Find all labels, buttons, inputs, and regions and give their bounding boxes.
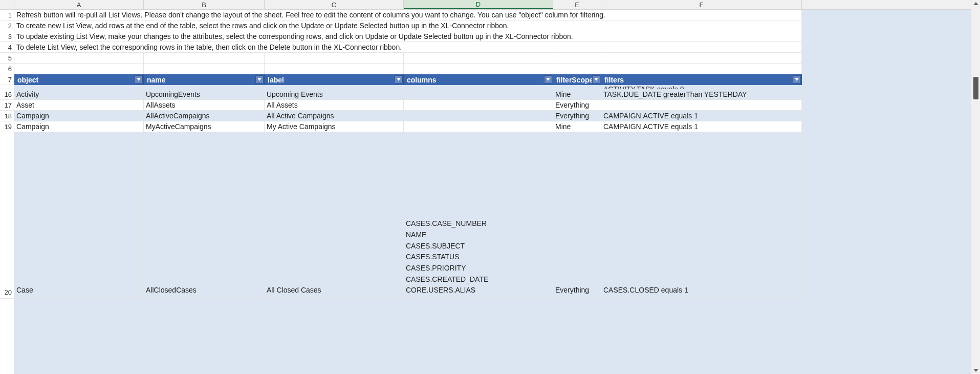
table-row: Campaign AllActiveCampaigns All Active C…: [14, 111, 980, 121]
cell-grid: Refresh button will re-pull all List Vie…: [14, 10, 980, 299]
cell[interactable]: UpcomingEvents: [144, 89, 265, 100]
cell[interactable]: To create new List View, add rows at the…: [14, 20, 802, 31]
cell[interactable]: Mine: [553, 121, 601, 132]
cell[interactable]: AllAssets: [144, 100, 265, 111]
header-label: filters: [604, 76, 624, 84]
table-header-row: object name label columns filterScope: [14, 74, 980, 85]
cell[interactable]: [404, 53, 553, 64]
cell[interactable]: [601, 64, 802, 74]
cell[interactable]: [404, 100, 553, 111]
cell[interactable]: [601, 53, 802, 64]
cell[interactable]: [14, 64, 144, 74]
cell[interactable]: CAMPAIGN.ACTIVE equals 1: [601, 121, 802, 132]
table-row: Case AllClosedCases All Closed Cases CAS…: [14, 132, 980, 299]
cell[interactable]: Campaign: [14, 121, 144, 132]
header-label: object: [17, 76, 38, 84]
cell[interactable]: [553, 53, 601, 64]
cell[interactable]: Everything: [553, 132, 601, 299]
row-header[interactable]: 17: [0, 100, 14, 111]
header-name[interactable]: name: [144, 74, 265, 85]
row-header[interactable]: 3: [0, 31, 14, 42]
row-header[interactable]: 5: [0, 53, 14, 64]
cell[interactable]: [144, 53, 265, 64]
header-columns[interactable]: columns: [404, 74, 553, 85]
cell[interactable]: Mine: [553, 89, 601, 100]
cell[interactable]: AllActiveCampaigns: [144, 111, 265, 121]
cell[interactable]: TASK.DUE_DATE greaterThan YESTERDAY: [601, 89, 802, 100]
svg-marker-5: [795, 78, 799, 81]
cell[interactable]: Asset: [14, 100, 144, 111]
header-filters[interactable]: filters: [601, 74, 802, 85]
svg-marker-1: [257, 78, 262, 81]
cell[interactable]: [601, 100, 802, 111]
header-object[interactable]: object: [14, 74, 144, 85]
filter-dropdown-icon[interactable]: [592, 75, 600, 84]
cell[interactable]: [14, 53, 144, 64]
col-header-f[interactable]: F: [601, 0, 802, 9]
filter-dropdown-icon[interactable]: [255, 75, 264, 84]
col-header-e[interactable]: E: [553, 0, 601, 9]
header-label-col[interactable]: label: [265, 74, 404, 85]
clipped-row: ACTIVITY.TASK equals 0: [14, 85, 980, 89]
row-header[interactable]: 1: [0, 10, 14, 20]
cell[interactable]: ACTIVITY.TASK equals 0: [601, 85, 802, 89]
empty-row: [14, 53, 980, 64]
cell[interactable]: [144, 64, 265, 74]
header-label: label: [268, 76, 284, 84]
row-header[interactable]: 16: [0, 89, 14, 100]
scroll-down-icon[interactable]: [973, 369, 978, 372]
instruction-row: To create new List View, add rows at the…: [14, 20, 980, 31]
cell[interactable]: CASES.CASE_NUMBER NAME CASES.SUBJECT CAS…: [404, 132, 553, 299]
col-header-a[interactable]: A: [14, 0, 144, 9]
col-header-d[interactable]: D: [404, 0, 553, 9]
cell[interactable]: CAMPAIGN.ACTIVE equals 1: [601, 111, 802, 121]
cell[interactable]: All Closed Cases: [265, 132, 404, 299]
cell[interactable]: [265, 64, 404, 74]
cell[interactable]: [404, 89, 553, 100]
row-header[interactable]: 6: [0, 64, 14, 74]
cell[interactable]: Refresh button will re-pull all List Vie…: [14, 10, 802, 20]
cell[interactable]: [265, 53, 404, 64]
filter-dropdown-icon[interactable]: [135, 75, 143, 84]
vertical-scrollbar[interactable]: [971, 0, 980, 374]
cell[interactable]: Everything: [553, 111, 601, 121]
cell[interactable]: My Active Campaigns: [265, 121, 404, 132]
cell[interactable]: All Assets: [265, 100, 404, 111]
row-header[interactable]: 19: [0, 121, 14, 132]
cell[interactable]: [553, 64, 601, 74]
cell[interactable]: [404, 111, 553, 121]
spreadsheet-app: 1 2 3 4 5 6 7 16 17 18 19 20 A B C D E F…: [0, 0, 980, 374]
scroll-thumb[interactable]: [973, 77, 978, 99]
select-all-corner[interactable]: [0, 0, 14, 10]
scroll-up-icon[interactable]: [973, 2, 978, 5]
cell[interactable]: Everything: [553, 100, 601, 111]
row-header[interactable]: 18: [0, 111, 14, 121]
cell[interactable]: Activity: [14, 89, 144, 100]
column-headers: A B C D E F: [14, 0, 980, 10]
row-header[interactable]: 2: [0, 20, 14, 31]
cell[interactable]: To delete List View, select the correspo…: [14, 42, 802, 53]
row-header[interactable]: 7: [0, 74, 14, 85]
row-header[interactable]: 4: [0, 42, 14, 53]
filter-dropdown-icon[interactable]: [793, 75, 801, 84]
header-label: columns: [407, 76, 437, 84]
header-filterscope[interactable]: filterScope: [553, 74, 601, 85]
row-header[interactable]: 20: [0, 132, 14, 299]
cell[interactable]: AllClosedCases: [144, 132, 265, 299]
cell[interactable]: MyActiveCampaigns: [144, 121, 265, 132]
cell[interactable]: CASES.CLOSED equals 1: [601, 132, 802, 299]
cell[interactable]: [404, 64, 553, 74]
filter-dropdown-icon[interactable]: [544, 75, 552, 84]
row-header-gutter: 1 2 3 4 5 6 7 16 17 18 19 20: [0, 0, 14, 374]
cell[interactable]: [404, 121, 553, 132]
header-label: filterScope: [556, 76, 593, 84]
col-header-b[interactable]: B: [144, 0, 265, 9]
cell[interactable]: Upcoming Events: [265, 89, 404, 100]
grid-area: A B C D E F Refresh button will re-pull …: [14, 0, 980, 374]
cell[interactable]: Campaign: [14, 111, 144, 121]
cell[interactable]: All Active Campaigns: [265, 111, 404, 121]
filter-dropdown-icon[interactable]: [395, 75, 403, 84]
cell[interactable]: Case: [14, 132, 144, 299]
cell[interactable]: To update existing List View, make your …: [14, 31, 802, 42]
col-header-c[interactable]: C: [265, 0, 404, 9]
